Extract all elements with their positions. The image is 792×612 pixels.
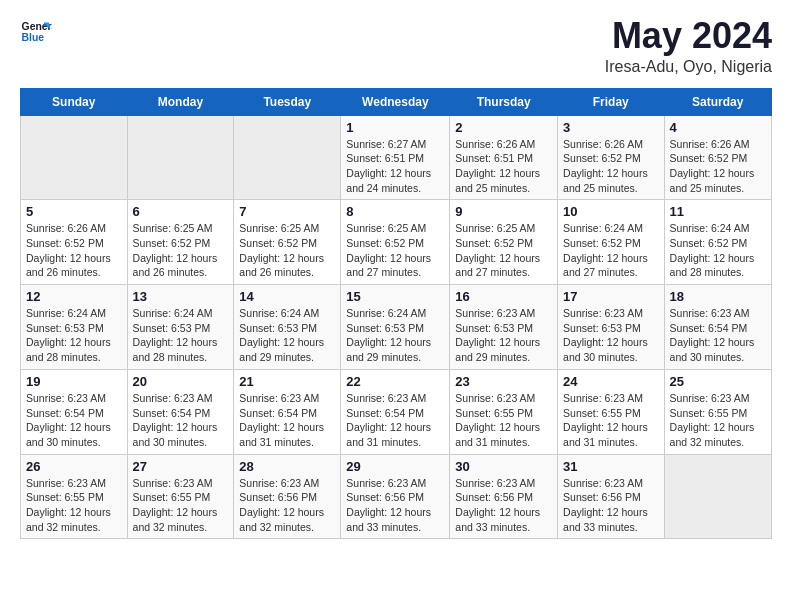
weekday-header-row: SundayMondayTuesdayWednesdayThursdayFrid… [21,88,772,115]
day-number: 23 [455,374,552,389]
day-info: Sunrise: 6:23 AM Sunset: 6:53 PM Dayligh… [455,306,552,365]
day-info: Sunrise: 6:26 AM Sunset: 6:52 PM Dayligh… [563,137,659,196]
day-number: 20 [133,374,229,389]
calendar-cell: 16Sunrise: 6:23 AM Sunset: 6:53 PM Dayli… [450,285,558,370]
day-info: Sunrise: 6:25 AM Sunset: 6:52 PM Dayligh… [346,221,444,280]
day-info: Sunrise: 6:26 AM Sunset: 6:52 PM Dayligh… [26,221,122,280]
day-number: 10 [563,204,659,219]
calendar-week-3: 12Sunrise: 6:24 AM Sunset: 6:53 PM Dayli… [21,285,772,370]
calendar-week-5: 26Sunrise: 6:23 AM Sunset: 6:55 PM Dayli… [21,454,772,539]
day-number: 9 [455,204,552,219]
day-number: 21 [239,374,335,389]
calendar-cell: 13Sunrise: 6:24 AM Sunset: 6:53 PM Dayli… [127,285,234,370]
calendar-cell: 26Sunrise: 6:23 AM Sunset: 6:55 PM Dayli… [21,454,128,539]
day-info: Sunrise: 6:23 AM Sunset: 6:55 PM Dayligh… [455,391,552,450]
day-number: 25 [670,374,766,389]
day-info: Sunrise: 6:23 AM Sunset: 6:56 PM Dayligh… [455,476,552,535]
calendar-cell: 6Sunrise: 6:25 AM Sunset: 6:52 PM Daylig… [127,200,234,285]
calendar-week-4: 19Sunrise: 6:23 AM Sunset: 6:54 PM Dayli… [21,369,772,454]
calendar-cell: 3Sunrise: 6:26 AM Sunset: 6:52 PM Daylig… [558,115,665,200]
day-number: 31 [563,459,659,474]
day-number: 14 [239,289,335,304]
day-number: 4 [670,120,766,135]
calendar-cell: 19Sunrise: 6:23 AM Sunset: 6:54 PM Dayli… [21,369,128,454]
calendar-cell [21,115,128,200]
day-number: 8 [346,204,444,219]
calendar-cell: 20Sunrise: 6:23 AM Sunset: 6:54 PM Dayli… [127,369,234,454]
day-number: 15 [346,289,444,304]
day-number: 17 [563,289,659,304]
weekday-header-wednesday: Wednesday [341,88,450,115]
day-info: Sunrise: 6:23 AM Sunset: 6:54 PM Dayligh… [670,306,766,365]
weekday-header-monday: Monday [127,88,234,115]
calendar-cell: 10Sunrise: 6:24 AM Sunset: 6:52 PM Dayli… [558,200,665,285]
day-info: Sunrise: 6:23 AM Sunset: 6:55 PM Dayligh… [563,391,659,450]
calendar-week-2: 5Sunrise: 6:26 AM Sunset: 6:52 PM Daylig… [21,200,772,285]
calendar-cell [234,115,341,200]
location-title: Iresa-Adu, Oyo, Nigeria [605,58,772,76]
weekday-header-friday: Friday [558,88,665,115]
calendar-table: SundayMondayTuesdayWednesdayThursdayFrid… [20,88,772,540]
day-number: 3 [563,120,659,135]
calendar-cell: 7Sunrise: 6:25 AM Sunset: 6:52 PM Daylig… [234,200,341,285]
weekday-header-sunday: Sunday [21,88,128,115]
calendar-cell: 22Sunrise: 6:23 AM Sunset: 6:54 PM Dayli… [341,369,450,454]
day-info: Sunrise: 6:23 AM Sunset: 6:54 PM Dayligh… [346,391,444,450]
calendar-cell: 23Sunrise: 6:23 AM Sunset: 6:55 PM Dayli… [450,369,558,454]
day-number: 29 [346,459,444,474]
day-info: Sunrise: 6:24 AM Sunset: 6:52 PM Dayligh… [670,221,766,280]
day-info: Sunrise: 6:23 AM Sunset: 6:54 PM Dayligh… [239,391,335,450]
calendar-week-1: 1Sunrise: 6:27 AM Sunset: 6:51 PM Daylig… [21,115,772,200]
day-info: Sunrise: 6:23 AM Sunset: 6:54 PM Dayligh… [133,391,229,450]
day-number: 30 [455,459,552,474]
calendar-cell: 28Sunrise: 6:23 AM Sunset: 6:56 PM Dayli… [234,454,341,539]
day-info: Sunrise: 6:23 AM Sunset: 6:56 PM Dayligh… [563,476,659,535]
day-info: Sunrise: 6:24 AM Sunset: 6:53 PM Dayligh… [133,306,229,365]
day-number: 11 [670,204,766,219]
calendar-cell: 1Sunrise: 6:27 AM Sunset: 6:51 PM Daylig… [341,115,450,200]
svg-text:Blue: Blue [22,32,45,43]
day-number: 7 [239,204,335,219]
day-info: Sunrise: 6:25 AM Sunset: 6:52 PM Dayligh… [455,221,552,280]
day-number: 16 [455,289,552,304]
logo-icon: General Blue [20,16,52,48]
day-info: Sunrise: 6:27 AM Sunset: 6:51 PM Dayligh… [346,137,444,196]
day-number: 1 [346,120,444,135]
calendar-cell: 30Sunrise: 6:23 AM Sunset: 6:56 PM Dayli… [450,454,558,539]
day-number: 2 [455,120,552,135]
day-number: 24 [563,374,659,389]
day-info: Sunrise: 6:23 AM Sunset: 6:55 PM Dayligh… [26,476,122,535]
calendar-cell: 11Sunrise: 6:24 AM Sunset: 6:52 PM Dayli… [664,200,771,285]
calendar-cell: 29Sunrise: 6:23 AM Sunset: 6:56 PM Dayli… [341,454,450,539]
calendar-cell: 18Sunrise: 6:23 AM Sunset: 6:54 PM Dayli… [664,285,771,370]
day-info: Sunrise: 6:26 AM Sunset: 6:51 PM Dayligh… [455,137,552,196]
calendar-cell: 15Sunrise: 6:24 AM Sunset: 6:53 PM Dayli… [341,285,450,370]
day-number: 13 [133,289,229,304]
day-info: Sunrise: 6:25 AM Sunset: 6:52 PM Dayligh… [133,221,229,280]
day-number: 18 [670,289,766,304]
calendar-cell: 24Sunrise: 6:23 AM Sunset: 6:55 PM Dayli… [558,369,665,454]
calendar-cell [664,454,771,539]
day-number: 28 [239,459,335,474]
day-number: 27 [133,459,229,474]
calendar-cell: 31Sunrise: 6:23 AM Sunset: 6:56 PM Dayli… [558,454,665,539]
day-info: Sunrise: 6:23 AM Sunset: 6:54 PM Dayligh… [26,391,122,450]
day-info: Sunrise: 6:23 AM Sunset: 6:56 PM Dayligh… [239,476,335,535]
day-info: Sunrise: 6:24 AM Sunset: 6:52 PM Dayligh… [563,221,659,280]
page: General Blue May 2024 Iresa-Adu, Oyo, Ni… [0,0,792,549]
day-info: Sunrise: 6:23 AM Sunset: 6:56 PM Dayligh… [346,476,444,535]
calendar-cell: 8Sunrise: 6:25 AM Sunset: 6:52 PM Daylig… [341,200,450,285]
weekday-header-tuesday: Tuesday [234,88,341,115]
calendar-cell: 4Sunrise: 6:26 AM Sunset: 6:52 PM Daylig… [664,115,771,200]
day-info: Sunrise: 6:26 AM Sunset: 6:52 PM Dayligh… [670,137,766,196]
day-info: Sunrise: 6:23 AM Sunset: 6:55 PM Dayligh… [670,391,766,450]
month-title: May 2024 [605,16,772,56]
weekday-header-saturday: Saturday [664,88,771,115]
weekday-header-thursday: Thursday [450,88,558,115]
logo: General Blue [20,16,52,48]
day-info: Sunrise: 6:23 AM Sunset: 6:53 PM Dayligh… [563,306,659,365]
day-info: Sunrise: 6:23 AM Sunset: 6:55 PM Dayligh… [133,476,229,535]
calendar-cell: 17Sunrise: 6:23 AM Sunset: 6:53 PM Dayli… [558,285,665,370]
calendar-cell: 25Sunrise: 6:23 AM Sunset: 6:55 PM Dayli… [664,369,771,454]
calendar-cell: 21Sunrise: 6:23 AM Sunset: 6:54 PM Dayli… [234,369,341,454]
